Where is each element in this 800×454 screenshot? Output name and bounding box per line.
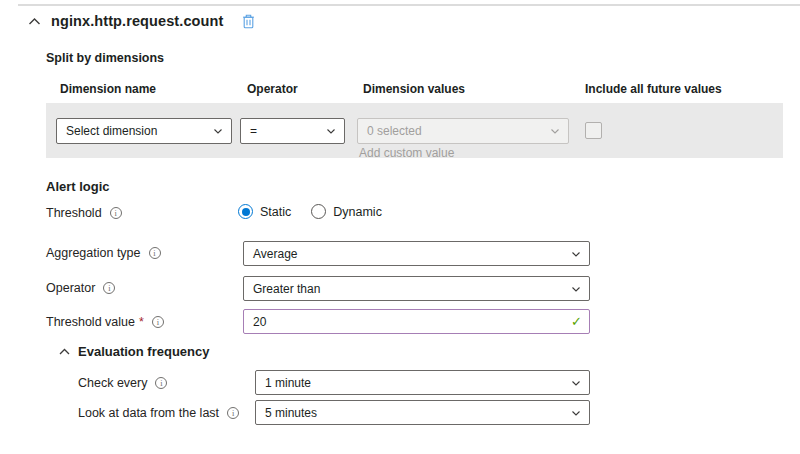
lookback-label-text: Look at data from the last: [78, 406, 219, 420]
evaluation-frequency-title: Evaluation frequency: [78, 344, 209, 359]
check-every-label: Check every i: [78, 376, 167, 390]
dimension-operator-dropdown[interactable]: =: [240, 118, 345, 144]
column-header-dimension-name: Dimension name: [60, 82, 156, 96]
metric-title: nginx.http.request.count: [51, 13, 223, 29]
dimension-values-dropdown[interactable]: 0 selected: [357, 118, 569, 144]
operator-dropdown[interactable]: Greater than: [243, 276, 590, 301]
dimension-name-value: Select dimension: [66, 124, 157, 138]
chevron-down-icon: [212, 125, 224, 137]
add-custom-value-link[interactable]: Add custom value: [359, 146, 454, 160]
alert-logic-title: Alert logic: [46, 179, 110, 194]
threshold-value-field: ✓: [243, 309, 590, 334]
column-header-include-future: Include all future values: [585, 82, 722, 96]
chevron-up-icon[interactable]: [28, 17, 41, 26]
chevron-down-icon: [570, 248, 582, 260]
radio-unselected-icon: [311, 204, 326, 219]
threshold-radio-group: Static Dynamic: [238, 204, 382, 219]
dimension-operator-value: =: [250, 124, 257, 138]
dimension-row: Select dimension = 0 selected Add custom…: [46, 103, 783, 158]
info-icon[interactable]: i: [152, 316, 164, 328]
top-divider: [18, 4, 800, 6]
aggregation-type-label-text: Aggregation type: [46, 246, 141, 260]
threshold-value-input[interactable]: [244, 315, 531, 329]
threshold-value-label-text: Threshold value: [46, 315, 135, 329]
info-icon[interactable]: i: [227, 407, 239, 419]
radio-dynamic-label: Dynamic: [333, 205, 382, 219]
lookback-dropdown[interactable]: 5 minutes: [255, 400, 590, 425]
chevron-down-icon: [570, 283, 582, 295]
evaluation-frequency-header: Evaluation frequency: [59, 344, 209, 359]
include-future-values-checkbox[interactable]: [585, 122, 602, 139]
operator-label-text: Operator: [46, 281, 95, 295]
dimension-values-value: 0 selected: [367, 124, 422, 138]
check-every-label-text: Check every: [78, 376, 147, 390]
check-every-value: 1 minute: [265, 376, 311, 390]
aggregation-type-label: Aggregation type i: [46, 246, 161, 260]
info-icon[interactable]: i: [103, 282, 115, 294]
aggregation-type-value: Average: [253, 247, 297, 261]
info-icon[interactable]: i: [110, 207, 122, 219]
radio-dynamic[interactable]: Dynamic: [311, 204, 382, 219]
trash-icon[interactable]: [241, 13, 256, 29]
valid-check-icon: ✓: [571, 315, 582, 328]
chevron-down-icon: [570, 407, 582, 419]
chevron-down-icon: [549, 125, 561, 137]
threshold-label-text: Threshold: [46, 206, 102, 220]
operator-label: Operator i: [46, 281, 115, 295]
threshold-value-label: Threshold value * i: [46, 315, 164, 329]
threshold-label: Threshold i: [46, 206, 122, 220]
split-section-title: Split by dimensions: [46, 51, 164, 65]
radio-static-label: Static: [260, 205, 291, 219]
info-icon[interactable]: i: [155, 377, 167, 389]
metric-header: nginx.http.request.count: [28, 13, 256, 29]
operator-value: Greater than: [253, 282, 320, 296]
lookback-value: 5 minutes: [265, 406, 317, 420]
radio-selected-icon: [238, 204, 253, 219]
chevron-up-icon[interactable]: [59, 348, 70, 356]
dimension-name-dropdown[interactable]: Select dimension: [56, 118, 232, 144]
required-marker: *: [139, 315, 144, 329]
chevron-down-icon: [570, 377, 582, 389]
info-icon[interactable]: i: [149, 247, 161, 259]
chevron-down-icon: [325, 125, 337, 137]
aggregation-type-dropdown[interactable]: Average: [243, 241, 590, 266]
radio-static[interactable]: Static: [238, 204, 291, 219]
check-every-dropdown[interactable]: 1 minute: [255, 370, 590, 395]
lookback-label: Look at data from the last i: [78, 406, 239, 420]
column-header-operator: Operator: [247, 82, 298, 96]
column-header-dimension-values: Dimension values: [363, 82, 465, 96]
